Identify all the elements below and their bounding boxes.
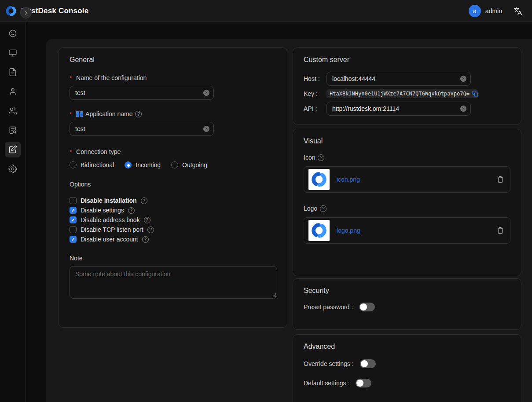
application-name-field bbox=[70, 122, 214, 136]
required-asterisk bbox=[70, 74, 73, 81]
radio-outgoing[interactable]: Outgoing bbox=[171, 161, 207, 168]
help-icon[interactable] bbox=[141, 197, 147, 204]
sidebar-item-groups[interactable] bbox=[0, 101, 26, 121]
sidebar-expand-button[interactable] bbox=[20, 7, 32, 18]
key-row: Key : HtaXBkJNHyn0e1U1jWXze7A7CN7QTGWqxk… bbox=[304, 89, 510, 98]
default-settings-toggle[interactable] bbox=[356, 379, 371, 387]
help-icon[interactable] bbox=[128, 207, 135, 214]
clear-icon[interactable] bbox=[203, 126, 209, 132]
sidebar-item-devices[interactable] bbox=[0, 43, 26, 62]
help-icon[interactable] bbox=[144, 217, 150, 223]
smile-icon bbox=[5, 26, 21, 41]
override-settings-toggle[interactable] bbox=[360, 359, 376, 368]
radio-icon[interactable] bbox=[70, 161, 77, 168]
note-textarea[interactable] bbox=[70, 266, 277, 299]
help-icon[interactable] bbox=[147, 227, 154, 233]
default-settings-label: Default settings : bbox=[304, 380, 349, 387]
application-name-input[interactable] bbox=[70, 122, 214, 136]
radio-bidirectional[interactable]: Bidirectional bbox=[70, 161, 114, 168]
host-field bbox=[327, 72, 471, 86]
config-name-label: Name of the configuration bbox=[70, 74, 276, 81]
override-settings-label: Override settings : bbox=[304, 360, 354, 367]
api-label: API : bbox=[304, 105, 327, 112]
user-name: admin bbox=[485, 7, 502, 15]
gear-icon bbox=[5, 161, 21, 177]
logo-preview bbox=[308, 220, 330, 241]
radio-incoming[interactable]: Incoming bbox=[125, 161, 161, 168]
clear-icon[interactable] bbox=[460, 76, 466, 82]
help-icon[interactable] bbox=[135, 111, 142, 117]
preset-password-label: Preset password : bbox=[304, 303, 353, 311]
visual-title: Visual bbox=[304, 137, 510, 145]
checkbox[interactable] bbox=[70, 197, 77, 204]
avatar[interactable]: a bbox=[469, 5, 481, 17]
advanced-title: Advanced bbox=[304, 343, 510, 351]
option-label: Disable address book bbox=[81, 216, 140, 223]
trash-icon[interactable] bbox=[497, 227, 504, 234]
key-label: Key : bbox=[304, 90, 327, 97]
icon-label: Icon bbox=[304, 154, 510, 161]
config-name-field bbox=[70, 86, 214, 100]
sidebar-item-custom-client[interactable] bbox=[0, 140, 26, 159]
note-field bbox=[70, 266, 277, 299]
checkbox[interactable] bbox=[70, 207, 77, 214]
key-field: HtaXBkJNHyn0e1U1jWXze7A7CN7QTGWqxkOtpaVp… bbox=[327, 89, 478, 98]
brand: RustDesk Console bbox=[5, 5, 88, 17]
general-title: General bbox=[70, 56, 276, 64]
host-label: Host : bbox=[304, 75, 327, 82]
general-card: General Name of the configuration Applic… bbox=[59, 48, 287, 328]
rustdesk-logo-icon bbox=[5, 5, 17, 17]
option-disable-settings: Disable settings bbox=[70, 205, 276, 215]
user-icon bbox=[5, 84, 21, 99]
sidebar-item-dashboard[interactable] bbox=[0, 24, 26, 43]
clear-icon[interactable] bbox=[460, 106, 466, 112]
host-row: Host : bbox=[304, 72, 510, 86]
option-disable-user-account: Disable user account bbox=[70, 234, 276, 244]
translate-icon[interactable] bbox=[514, 7, 522, 15]
icon-upload-row: icon.png bbox=[304, 166, 510, 193]
help-icon[interactable] bbox=[318, 154, 324, 161]
security-title: Security bbox=[304, 287, 510, 295]
config-name-input[interactable] bbox=[70, 86, 214, 100]
checkbox[interactable] bbox=[70, 236, 77, 243]
resize-handle-icon[interactable] bbox=[272, 293, 276, 297]
api-input[interactable] bbox=[327, 102, 471, 116]
option-label: Disable user account bbox=[81, 236, 138, 243]
checkbox[interactable] bbox=[70, 216, 77, 223]
option-label: Disable settings bbox=[81, 207, 124, 214]
preset-password-toggle[interactable] bbox=[359, 303, 375, 311]
note-label: Note bbox=[70, 255, 276, 262]
default-settings-row: Default settings : bbox=[304, 379, 510, 387]
clear-icon[interactable] bbox=[203, 90, 209, 96]
host-input[interactable] bbox=[327, 72, 471, 86]
icon-file-link[interactable]: icon.png bbox=[337, 176, 360, 183]
checkbox[interactable] bbox=[70, 226, 77, 233]
sidebar-item-audit[interactable] bbox=[0, 121, 26, 140]
windows-icon bbox=[76, 111, 83, 117]
override-settings-row: Override settings : bbox=[304, 359, 510, 368]
required-asterisk bbox=[70, 110, 73, 117]
copy-icon[interactable] bbox=[472, 91, 478, 97]
sidebar-item-documents[interactable] bbox=[0, 62, 26, 82]
option-label: Disable TCP listen port bbox=[81, 226, 143, 233]
radio-icon[interactable] bbox=[171, 161, 178, 168]
users-icon bbox=[5, 103, 21, 119]
option-disable-tcp-listen-port: Disable TCP listen port bbox=[70, 225, 276, 234]
logo-label: Logo bbox=[304, 205, 510, 212]
custom-server-card: Custom server Host : Key : HtaXBkJNHyn0e… bbox=[293, 48, 521, 124]
help-icon[interactable] bbox=[142, 236, 149, 243]
trash-icon[interactable] bbox=[497, 176, 504, 183]
api-row: API : bbox=[304, 102, 510, 116]
monitor-icon bbox=[5, 45, 21, 61]
api-field bbox=[327, 102, 471, 116]
advanced-card: Advanced Override settings : Default set… bbox=[293, 334, 521, 402]
logo-file-link[interactable]: logo.png bbox=[337, 227, 360, 234]
logo-upload-row: logo.png bbox=[304, 217, 510, 244]
radio-icon[interactable] bbox=[125, 161, 132, 168]
user-menu[interactable]: a admin bbox=[469, 5, 502, 17]
key-value: HtaXBkJNHyn0e1U1jWXze7A7CN7QTGWqxkOtpaVp… bbox=[330, 91, 470, 97]
help-icon[interactable] bbox=[320, 205, 327, 212]
sidebar-item-users[interactable] bbox=[0, 82, 26, 101]
sidebar-item-settings[interactable] bbox=[0, 159, 26, 179]
custom-server-title: Custom server bbox=[304, 56, 510, 64]
